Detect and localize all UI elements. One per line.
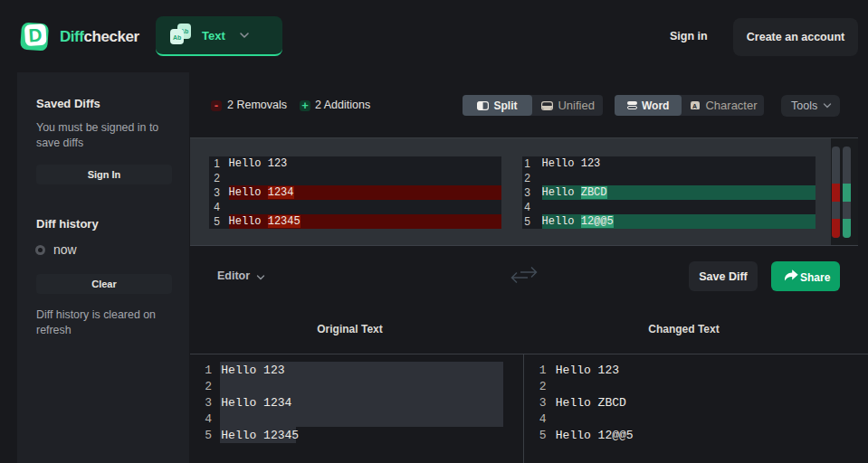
svg-text:Ab: Ab [173,34,181,41]
svg-text:A: A [692,102,697,109]
svg-text:D: D [28,24,43,46]
